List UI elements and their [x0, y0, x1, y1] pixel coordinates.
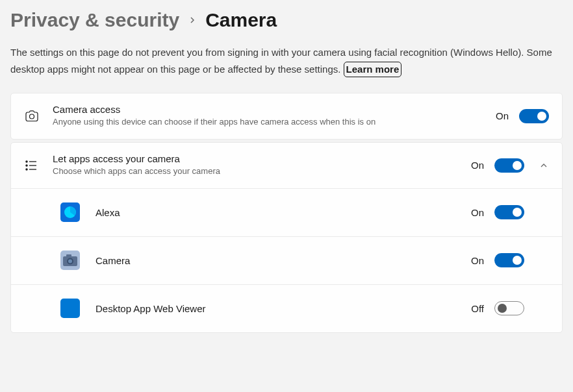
- page-description: The settings on this page do not prevent…: [10, 45, 563, 77]
- app-toggle[interactable]: [494, 205, 524, 219]
- app-state-label: On: [471, 207, 484, 218]
- breadcrumb-parent[interactable]: Privacy & security: [10, 9, 179, 31]
- chevron-right-icon: [188, 14, 196, 27]
- svg-point-3: [26, 165, 27, 166]
- let-apps-access-title: Let apps access your camera: [53, 153, 471, 164]
- page-title: Camera: [205, 9, 277, 31]
- let-apps-access-state-label: On: [471, 160, 484, 171]
- app-toggle[interactable]: [494, 253, 524, 267]
- let-apps-access-subtitle: Choose which apps can access your camera: [53, 165, 390, 178]
- camera-access-toggle[interactable]: [519, 109, 549, 123]
- camera-access-card: Camera access Anyone using this device c…: [10, 93, 563, 140]
- svg-rect-11: [66, 254, 71, 257]
- camera-icon: [24, 108, 53, 124]
- let-apps-access-toggle[interactable]: [494, 158, 524, 173]
- learn-more-link[interactable]: Learn more: [344, 62, 402, 78]
- camera-access-title: Camera access: [53, 104, 496, 115]
- svg-rect-14: [60, 299, 80, 318]
- breadcrumb: Privacy & security Camera: [10, 9, 563, 31]
- app-icon: [60, 251, 80, 270]
- app-state-label: On: [471, 255, 484, 266]
- camera-access-state-label: On: [496, 110, 509, 121]
- svg-point-0: [30, 114, 34, 119]
- app-name-label: Desktop App Web Viewer: [96, 303, 471, 314]
- let-apps-access-card: Let apps access your camera Choose which…: [10, 142, 563, 333]
- svg-point-13: [68, 260, 72, 263]
- app-row: Alexa On: [11, 188, 562, 236]
- app-state-label: Off: [471, 303, 484, 314]
- svg-point-5: [26, 169, 27, 170]
- svg-point-1: [26, 161, 27, 162]
- app-row: Desktop App Web Viewer Off: [11, 284, 562, 332]
- app-row: Camera On: [11, 236, 562, 284]
- chevron-up-icon: [539, 161, 549, 170]
- list-icon: [24, 158, 53, 173]
- app-icon: [60, 202, 80, 222]
- app-name-label: Camera: [96, 255, 471, 266]
- let-apps-access-header[interactable]: Let apps access your camera Choose which…: [11, 143, 562, 188]
- app-toggle[interactable]: [494, 301, 524, 315]
- app-name-label: Alexa: [96, 207, 471, 218]
- camera-access-subtitle: Anyone using this device can choose if t…: [53, 116, 390, 129]
- app-icon: [60, 299, 80, 318]
